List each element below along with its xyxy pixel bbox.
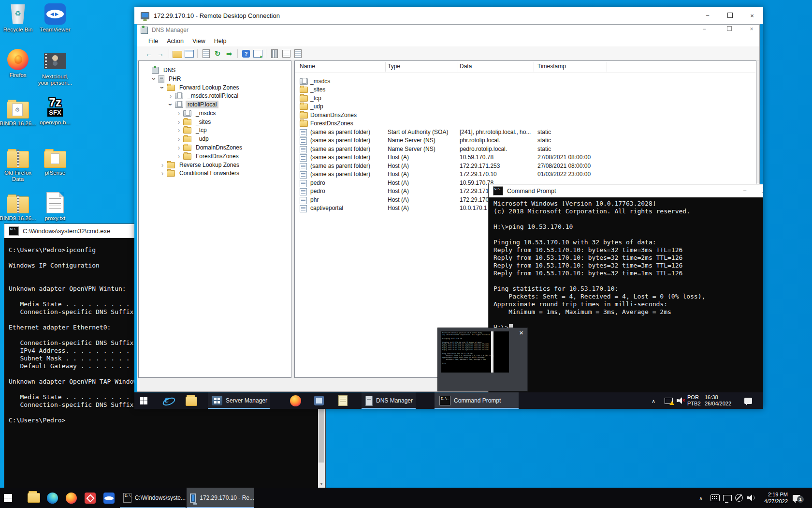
menu-view[interactable]: View — [188, 37, 210, 45]
tray-volume[interactable] — [747, 488, 755, 508]
scroll-down-arrow[interactable]: ▼ — [318, 480, 325, 488]
desktop-icon-nextcloud[interactable]: Nextcloud, your person... — [36, 50, 74, 86]
maximize-button[interactable] — [754, 184, 763, 197]
taskbar-rdp-window[interactable]: 172.29.170.10 - Re... — [187, 488, 254, 508]
tray-touch-keyboard[interactable] — [710, 488, 720, 508]
tray-internet[interactable] — [735, 488, 743, 508]
table-row[interactable]: (same as parent folder) Name Server (NS)… — [295, 136, 756, 145]
tray-language[interactable]: PORPTB2 — [687, 392, 701, 409]
list-view-icon[interactable] — [282, 50, 290, 58]
export-list-icon[interactable] — [224, 49, 234, 59]
desktop-icon-firefox[interactable]: Firefox — [0, 48, 37, 78]
action-center[interactable]: 1 — [793, 488, 800, 508]
column-view-icon[interactable] — [271, 49, 278, 58]
taskbar-dns-manager[interactable]: DNS Manager — [362, 392, 416, 409]
taskbar-file-explorer[interactable] — [28, 488, 40, 508]
tray-clock[interactable]: 2:19 PM4/27/2022 — [760, 488, 788, 508]
column-timestamp[interactable]: Timestamp — [537, 63, 566, 70]
column-name[interactable]: Name — [300, 63, 315, 70]
table-row[interactable]: DomainDnsZones — [295, 111, 756, 120]
tree-item-conditional-forwarders[interactable]: Conditional Forwarders — [159, 169, 241, 178]
chevron-icon[interactable] — [159, 169, 166, 177]
tray-network[interactable] — [723, 488, 732, 508]
chevron-icon[interactable] — [167, 101, 174, 108]
tray-chevron[interactable] — [699, 488, 703, 508]
taskbar-edge[interactable] — [47, 488, 58, 508]
taskbar-teamviewer[interactable] — [103, 488, 115, 508]
close-icon[interactable]: × — [519, 329, 523, 337]
taskbar-firefox[interactable] — [66, 488, 77, 508]
menu-help[interactable]: Help — [210, 37, 231, 45]
column-type[interactable]: Type — [388, 63, 400, 70]
table-row[interactable]: _udp — [295, 103, 756, 111]
tree-item-forestdnszones[interactable]: ForestDnsZones — [175, 152, 241, 161]
table-row[interactable]: (same as parent folder) Start of Authori… — [295, 128, 756, 137]
tray-chevron[interactable] — [652, 392, 655, 409]
desktop-icon-pfsense[interactable]: pfSense — [36, 146, 74, 176]
tree-item-udp[interactable]: _udp — [175, 134, 211, 143]
desktop-icon-bind9-zip[interactable]: BIND9.16.26... — [0, 192, 37, 222]
close-button[interactable]: × — [741, 7, 763, 24]
desktop-icon-recycle-bin[interactable]: Recycle Bin — [0, 3, 37, 33]
table-row[interactable]: _tcp — [295, 94, 756, 103]
menu-action[interactable]: Action — [162, 37, 188, 45]
cmd-thumbnail[interactable]: Microsoft Windows [Version 10.0.17763.20… — [441, 331, 509, 373]
chevron-icon[interactable] — [175, 126, 182, 134]
taskbar-ie[interactable] — [162, 392, 174, 409]
refresh-icon[interactable] — [212, 49, 223, 59]
table-row[interactable]: _sites — [295, 86, 756, 94]
taskbar-file-explorer[interactable] — [186, 392, 197, 409]
tray-volume[interactable] — [677, 392, 685, 409]
chevron-icon[interactable] — [159, 161, 166, 169]
detail-view-icon[interactable] — [294, 49, 302, 58]
table-row[interactable]: _msdcs — [295, 77, 756, 86]
chevron-icon[interactable] — [159, 84, 166, 91]
table-row[interactable]: (same as parent folder) Host (A) 10.59.1… — [295, 153, 756, 162]
tree-item-reverse-lookup-zones[interactable]: Reverse Lookup Zones — [159, 161, 241, 169]
tray-clock[interactable]: 16:3826/04/2022 — [705, 392, 731, 409]
remote-cmd-console[interactable]: Microsoft Windows [Version 10.0.17763.20… — [489, 197, 763, 393]
tree-item-domaindnszones[interactable]: DomainDnsZones — [175, 143, 244, 152]
taskbar-firefox[interactable] — [290, 392, 301, 409]
maximize-button[interactable] — [719, 7, 741, 24]
taskbar-command-prompt[interactable]: Command Prompt — [435, 392, 519, 409]
chevron-icon[interactable] — [151, 75, 158, 83]
desktop-icon-openvpn-sfx[interactable]: 7z SFX openvpn-b... — [36, 96, 74, 126]
chevron-icon[interactable] — [175, 144, 182, 151]
desktop-icon-proxy-txt[interactable]: proxy.txt — [36, 192, 74, 222]
filter-icon[interactable] — [253, 50, 262, 58]
taskbar-server-manager[interactable]: Server Manager — [208, 392, 270, 409]
taskbar-app-blue[interactable] — [314, 392, 324, 409]
help-icon[interactable] — [242, 50, 250, 58]
tray-network[interactable] — [665, 392, 673, 409]
minimize-button[interactable]: − — [698, 26, 710, 32]
table-row[interactable]: (same as parent folder) Name Server (NS)… — [295, 145, 756, 154]
start-button[interactable] — [140, 392, 147, 409]
maximize-button[interactable] — [723, 26, 736, 32]
tree-item-msdcs-rotolip[interactable]: _msdcs.rotoliP.local — [167, 91, 240, 100]
desktop-icon-teamviewer[interactable]: TeamViewer — [36, 3, 74, 33]
rdp-titlebar[interactable]: 172.29.170.10 - Remote Desktop Connectio… — [134, 7, 763, 25]
minimize-button[interactable]: − — [696, 7, 719, 24]
up-level-icon[interactable] — [173, 51, 182, 58]
tree-item-rotolip-local[interactable]: rotoliP.local — [167, 100, 218, 109]
tree-item-msdcs[interactable]: _msdcs — [175, 109, 218, 118]
column-data[interactable]: Data — [460, 63, 472, 70]
desktop-icon-bind9-folder[interactable]: BIND9.16.26... — [0, 97, 37, 127]
tree-item-dns[interactable]: DNS — [144, 66, 177, 75]
forward-icon[interactable] — [155, 49, 166, 59]
table-row[interactable]: ForestDnsZones — [295, 120, 756, 128]
chevron-icon[interactable] — [175, 152, 182, 160]
minimize-button[interactable]: − — [735, 184, 754, 197]
tree-item-phr[interactable]: PHR — [151, 75, 183, 83]
dns-manager-titlebar[interactable]: DNS Manager — [137, 25, 759, 35]
taskbar-thumbnail-preview[interactable]: Microsoft Windows [Version 10.0.17763.20… — [437, 328, 528, 391]
chevron-icon[interactable] — [175, 109, 182, 117]
chevron-icon[interactable] — [175, 118, 182, 126]
tree-item-tcp[interactable]: _tcp — [175, 126, 209, 134]
remote-cmd-titlebar[interactable]: Command Prompt — [489, 184, 763, 197]
tree-item-forward-lookup-zones[interactable]: Forward Lookup Zones — [159, 83, 241, 92]
taskbar-cmd-window[interactable]: C:\Windows\syste... — [120, 488, 186, 508]
menu-file[interactable]: File — [144, 37, 162, 45]
chevron-icon[interactable] — [175, 135, 182, 143]
